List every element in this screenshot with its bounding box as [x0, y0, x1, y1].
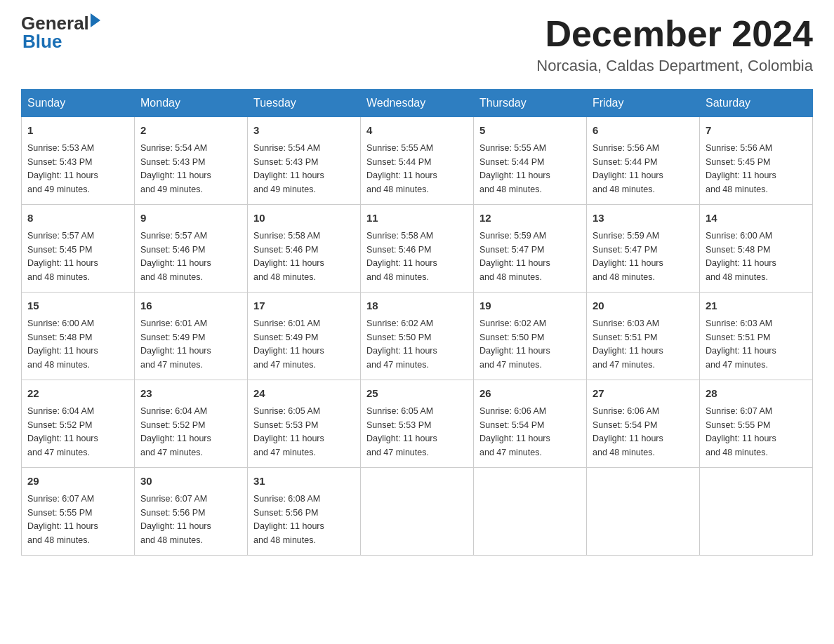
day-number: 6: [593, 123, 694, 138]
calendar-body: 1Sunrise: 5:53 AMSunset: 5:43 PMDaylight…: [22, 117, 813, 556]
page-header: General Blue December 2024 Norcasia, Cal…: [21, 14, 813, 75]
day-cell-19: 19Sunrise: 6:02 AMSunset: 5:50 PMDayligh…: [474, 293, 587, 380]
day-cell-15: 15Sunrise: 6:00 AMSunset: 5:48 PMDayligh…: [22, 293, 135, 380]
day-number: 13: [593, 210, 694, 226]
day-cell-9: 9Sunrise: 5:57 AMSunset: 5:46 PMDaylight…: [135, 205, 248, 293]
header-tuesday: Tuesday: [248, 90, 361, 117]
logo-blue: Blue: [22, 31, 62, 52]
day-number: 15: [27, 298, 128, 314]
header-saturday: Saturday: [700, 90, 813, 117]
day-info: Sunrise: 5:58 AMSunset: 5:46 PMDaylight:…: [366, 231, 437, 282]
day-cell-6: 6Sunrise: 5:56 AMSunset: 5:44 PMDaylight…: [587, 117, 700, 205]
calendar-week-5: 29Sunrise: 6:07 AMSunset: 5:55 PMDayligh…: [22, 468, 813, 556]
calendar-week-4: 22Sunrise: 6:04 AMSunset: 5:52 PMDayligh…: [22, 380, 813, 468]
day-number: 20: [593, 298, 694, 314]
day-cell-16: 16Sunrise: 6:01 AMSunset: 5:49 PMDayligh…: [135, 293, 248, 380]
day-cell-3: 3Sunrise: 5:54 AMSunset: 5:43 PMDaylight…: [248, 117, 361, 205]
day-cell-8: 8Sunrise: 5:57 AMSunset: 5:45 PMDaylight…: [22, 205, 135, 293]
day-number: 5: [479, 123, 581, 138]
day-number: 12: [479, 210, 581, 226]
day-number: 30: [140, 474, 241, 489]
day-info: Sunrise: 6:02 AMSunset: 5:50 PMDaylight:…: [479, 318, 550, 370]
day-info: Sunrise: 6:06 AMSunset: 5:54 PMDaylight:…: [593, 406, 663, 457]
day-info: Sunrise: 5:57 AMSunset: 5:46 PMDaylight:…: [140, 231, 211, 282]
day-info: Sunrise: 6:05 AMSunset: 5:53 PMDaylight:…: [253, 406, 324, 457]
day-cell-31: 31Sunrise: 6:08 AMSunset: 5:56 PMDayligh…: [248, 468, 361, 556]
day-number: 26: [479, 386, 581, 401]
day-cell-4: 4Sunrise: 5:55 AMSunset: 5:44 PMDaylight…: [361, 117, 474, 205]
day-info: Sunrise: 5:56 AMSunset: 5:44 PMDaylight:…: [593, 143, 663, 194]
day-info: Sunrise: 6:00 AMSunset: 5:48 PMDaylight:…: [27, 318, 98, 370]
calendar-week-2: 8Sunrise: 5:57 AMSunset: 5:45 PMDaylight…: [22, 205, 813, 293]
day-cell-20: 20Sunrise: 6:03 AMSunset: 5:51 PMDayligh…: [587, 293, 700, 380]
day-info: Sunrise: 5:53 AMSunset: 5:43 PMDaylight:…: [27, 143, 98, 194]
day-cell-12: 12Sunrise: 5:59 AMSunset: 5:47 PMDayligh…: [474, 205, 587, 293]
day-cell-2: 2Sunrise: 5:54 AMSunset: 5:43 PMDaylight…: [135, 117, 248, 205]
day-number: 7: [706, 123, 807, 138]
day-number: 3: [253, 123, 355, 138]
day-number: 23: [140, 386, 241, 401]
day-cell-13: 13Sunrise: 5:59 AMSunset: 5:47 PMDayligh…: [587, 205, 700, 293]
header-wednesday: Wednesday: [361, 90, 474, 117]
calendar-week-3: 15Sunrise: 6:00 AMSunset: 5:48 PMDayligh…: [22, 293, 813, 380]
day-number: 11: [366, 210, 468, 226]
empty-cell: [474, 468, 587, 556]
day-number: 8: [27, 210, 128, 226]
title-block: December 2024 Norcasia, Caldas Departmen…: [536, 14, 813, 75]
calendar-table: Sunday Monday Tuesday Wednesday Thursday…: [21, 89, 813, 556]
day-info: Sunrise: 6:03 AMSunset: 5:51 PMDaylight:…: [706, 318, 776, 370]
day-cell-17: 17Sunrise: 6:01 AMSunset: 5:49 PMDayligh…: [248, 293, 361, 380]
day-cell-22: 22Sunrise: 6:04 AMSunset: 5:52 PMDayligh…: [22, 380, 135, 468]
day-cell-11: 11Sunrise: 5:58 AMSunset: 5:46 PMDayligh…: [361, 205, 474, 293]
day-number: 27: [593, 386, 694, 401]
day-info: Sunrise: 5:56 AMSunset: 5:45 PMDaylight:…: [706, 143, 776, 194]
day-info: Sunrise: 6:00 AMSunset: 5:48 PMDaylight:…: [706, 231, 776, 282]
empty-cell: [361, 468, 474, 556]
day-number: 18: [366, 298, 468, 314]
day-info: Sunrise: 6:01 AMSunset: 5:49 PMDaylight:…: [140, 318, 211, 370]
day-cell-14: 14Sunrise: 6:00 AMSunset: 5:48 PMDayligh…: [700, 205, 813, 293]
calendar-header: Sunday Monday Tuesday Wednesday Thursday…: [22, 90, 813, 117]
day-info: Sunrise: 6:02 AMSunset: 5:50 PMDaylight:…: [366, 318, 437, 370]
day-cell-10: 10Sunrise: 5:58 AMSunset: 5:46 PMDayligh…: [248, 205, 361, 293]
day-cell-21: 21Sunrise: 6:03 AMSunset: 5:51 PMDayligh…: [700, 293, 813, 380]
day-cell-26: 26Sunrise: 6:06 AMSunset: 5:54 PMDayligh…: [474, 380, 587, 468]
day-info: Sunrise: 6:04 AMSunset: 5:52 PMDaylight:…: [140, 406, 211, 457]
day-number: 17: [253, 298, 355, 314]
day-number: 21: [706, 298, 807, 314]
day-cell-18: 18Sunrise: 6:02 AMSunset: 5:50 PMDayligh…: [361, 293, 474, 380]
logo: General Blue: [21, 14, 100, 51]
day-number: 31: [253, 474, 355, 489]
day-info: Sunrise: 6:05 AMSunset: 5:53 PMDaylight:…: [366, 406, 437, 457]
day-info: Sunrise: 6:07 AMSunset: 5:56 PMDaylight:…: [140, 494, 211, 545]
header-friday: Friday: [587, 90, 700, 117]
day-number: 25: [366, 386, 468, 401]
day-number: 9: [140, 210, 241, 226]
header-monday: Monday: [135, 90, 248, 117]
day-cell-23: 23Sunrise: 6:04 AMSunset: 5:52 PMDayligh…: [135, 380, 248, 468]
day-number: 1: [27, 123, 128, 138]
day-info: Sunrise: 5:59 AMSunset: 5:47 PMDaylight:…: [593, 231, 663, 282]
day-info: Sunrise: 5:54 AMSunset: 5:43 PMDaylight:…: [140, 143, 211, 194]
day-number: 22: [27, 386, 128, 401]
day-cell-25: 25Sunrise: 6:05 AMSunset: 5:53 PMDayligh…: [361, 380, 474, 468]
day-number: 4: [366, 123, 468, 138]
day-cell-7: 7Sunrise: 5:56 AMSunset: 5:45 PMDaylight…: [700, 117, 813, 205]
logo-arrow-icon: [91, 13, 100, 27]
day-cell-30: 30Sunrise: 6:07 AMSunset: 5:56 PMDayligh…: [135, 468, 248, 556]
location: Norcasia, Caldas Department, Colombia: [536, 57, 813, 75]
day-cell-1: 1Sunrise: 5:53 AMSunset: 5:43 PMDaylight…: [22, 117, 135, 205]
day-info: Sunrise: 6:06 AMSunset: 5:54 PMDaylight:…: [479, 406, 550, 457]
day-cell-27: 27Sunrise: 6:06 AMSunset: 5:54 PMDayligh…: [587, 380, 700, 468]
header-sunday: Sunday: [22, 90, 135, 117]
day-info: Sunrise: 5:55 AMSunset: 5:44 PMDaylight:…: [479, 143, 550, 194]
day-cell-5: 5Sunrise: 5:55 AMSunset: 5:44 PMDaylight…: [474, 117, 587, 205]
day-number: 19: [479, 298, 581, 314]
day-cell-28: 28Sunrise: 6:07 AMSunset: 5:55 PMDayligh…: [700, 380, 813, 468]
day-info: Sunrise: 6:03 AMSunset: 5:51 PMDaylight:…: [593, 318, 663, 370]
day-number: 16: [140, 298, 241, 314]
day-info: Sunrise: 5:59 AMSunset: 5:47 PMDaylight:…: [479, 231, 550, 282]
day-info: Sunrise: 6:04 AMSunset: 5:52 PMDaylight:…: [27, 406, 98, 457]
day-cell-24: 24Sunrise: 6:05 AMSunset: 5:53 PMDayligh…: [248, 380, 361, 468]
empty-cell: [700, 468, 813, 556]
